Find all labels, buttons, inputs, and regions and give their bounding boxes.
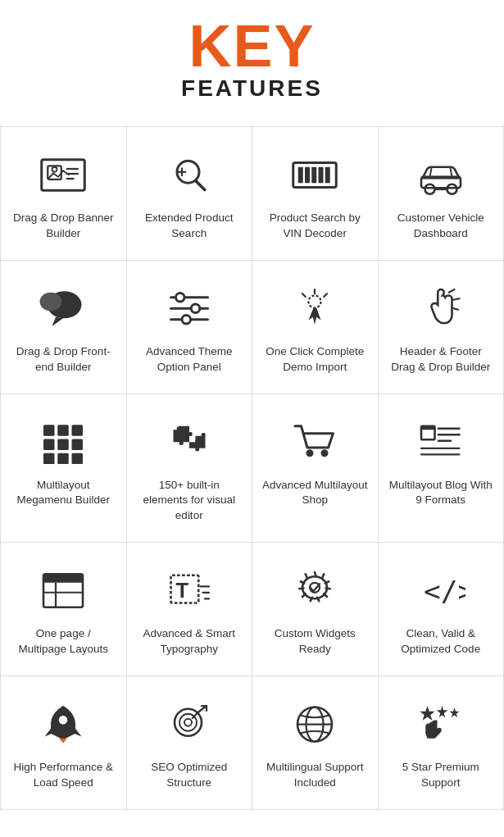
feature-label-five-star: 5 Star Premium Support: [388, 760, 494, 791]
feature-cell-multilayout-megamenu: Multilayout Megamenu Builder: [1, 394, 127, 544]
drag-drop-banner-icon: [34, 150, 92, 199]
one-click-demo-icon: [286, 284, 343, 333]
one-page-multipage-icon: [34, 566, 92, 615]
features-title: FEATURES: [0, 75, 504, 102]
svg-rect-56: [43, 574, 83, 583]
feature-label-built-in-elements: 150+ built-in elements for visual editor: [137, 478, 243, 525]
feature-cell-extended-product-search: Extended Product Search: [127, 127, 253, 261]
advanced-multilayout-shop-icon: [286, 417, 343, 466]
svg-point-69: [184, 718, 192, 726]
feature-label-high-performance: High Performance & Load Speed: [11, 760, 116, 791]
svg-rect-12: [305, 166, 310, 183]
svg-marker-77: [449, 707, 459, 717]
feature-label-extended-product-search: Extended Product Search: [137, 211, 243, 242]
extended-product-search-icon: [161, 150, 218, 199]
svg-rect-15: [325, 166, 330, 183]
feature-cell-high-performance: High Performance & Load Speed: [1, 676, 127, 810]
five-star-icon: [412, 699, 470, 748]
svg-point-27: [191, 304, 200, 313]
feature-cell-drag-drop-frontend: Drag & Drop Front-end Builder: [1, 261, 127, 394]
feature-label-multilayout-blog: Multilayout Blog With 9 Formats: [388, 478, 494, 509]
svg-point-47: [321, 449, 329, 457]
feature-label-custom-widgets: Custom Widgets Ready: [262, 626, 368, 657]
feature-label-one-page-multipage: One page / Multipage Layouts: [11, 626, 116, 657]
features-grid: Drag & Drop Banner Builder Extended Prod…: [0, 126, 504, 810]
feature-cell-five-star: 5 Star Premium Support: [379, 676, 505, 810]
feature-label-advanced-multilayout-shop: Advanced Multilayout Shop: [262, 478, 368, 509]
svg-text:</>: </>: [424, 575, 465, 607]
svg-point-18: [447, 184, 456, 193]
svg-rect-39: [72, 425, 84, 436]
svg-marker-75: [420, 706, 434, 721]
svg-point-66: [59, 716, 68, 725]
feature-label-advanced-typography: Advanced & Smart Typography: [137, 626, 243, 657]
svg-point-25: [175, 293, 184, 303]
feature-label-customer-vehicle-dashboard: Customer Vehicle Dashboard: [388, 211, 494, 242]
svg-rect-14: [319, 166, 324, 183]
svg-line-33: [325, 294, 328, 298]
svg-point-23: [40, 293, 62, 312]
svg-point-17: [425, 184, 434, 193]
multilayout-megamenu-icon: [34, 417, 92, 466]
feature-label-header-footer: Header & Footer Drag & Drop Builder: [388, 344, 494, 375]
page-header: KEY FEATURES: [0, 0, 504, 126]
svg-rect-44: [58, 453, 70, 464]
multilayout-blog-icon: [412, 417, 470, 466]
svg-rect-49: [421, 426, 435, 430]
svg-line-7: [195, 180, 204, 189]
feature-cell-drag-drop-banner: Drag & Drop Banner Builder: [1, 127, 127, 261]
advanced-typography-icon: T: [161, 566, 218, 615]
feature-label-multilingual: Multilingual Support Included: [262, 760, 368, 791]
feature-cell-header-footer: Header & Footer Drag & Drop Builder: [379, 261, 505, 394]
feature-cell-advanced-typography: T Advanced & Smart Typography: [127, 543, 253, 676]
feature-cell-advanced-theme-option: Advanced Theme Option Panel: [127, 261, 253, 394]
feature-cell-built-in-elements: 150+ built-in elements for visual editor: [127, 394, 253, 544]
svg-rect-11: [298, 166, 303, 183]
built-in-elements-icon: [161, 417, 218, 466]
feature-label-multilayout-megamenu: Multilayout Megamenu Builder: [11, 478, 116, 509]
feature-label-one-click-demo: One Click Complete Demo Import: [262, 344, 368, 375]
header-footer-icon: [412, 284, 470, 333]
feature-cell-multilayout-blog: Multilayout Blog With 9 Formats: [379, 394, 505, 544]
svg-line-32: [302, 294, 306, 298]
feature-cell-clean-code: </> Clean, Valid & Optimized Code: [379, 543, 505, 676]
feature-cell-one-page-multipage: One page / Multipage Layouts: [1, 543, 127, 676]
svg-point-29: [182, 316, 191, 325]
product-search-vin-icon: [286, 150, 343, 199]
feature-label-product-search-vin: Product Search by VIN Decoder: [262, 211, 368, 242]
drag-drop-frontend-icon: [34, 284, 92, 333]
svg-marker-22: [52, 317, 64, 326]
svg-rect-13: [312, 166, 317, 183]
clean-code-icon: </>: [412, 566, 470, 615]
svg-rect-42: [72, 439, 84, 451]
feature-label-clean-code: Clean, Valid & Optimized Code: [388, 626, 494, 657]
key-title: KEY: [0, 16, 504, 75]
svg-point-30: [309, 296, 321, 308]
svg-rect-45: [72, 453, 84, 464]
svg-line-35: [453, 299, 460, 301]
svg-text:T: T: [175, 578, 188, 601]
feature-cell-customer-vehicle-dashboard: Customer Vehicle Dashboard: [379, 127, 505, 261]
feature-cell-multilingual: Multilingual Support Included: [252, 676, 379, 810]
feature-label-advanced-theme-option: Advanced Theme Option Panel: [137, 344, 243, 375]
svg-rect-40: [43, 439, 55, 451]
svg-rect-38: [58, 425, 70, 436]
feature-cell-product-search-vin: Product Search by VIN Decoder: [252, 127, 379, 261]
custom-widgets-icon: [286, 566, 343, 615]
seo-optimized-icon: [161, 699, 218, 748]
high-performance-icon: [34, 699, 92, 748]
svg-rect-41: [58, 439, 70, 451]
customer-vehicle-dashboard-icon: [412, 150, 470, 199]
advanced-theme-option-icon: [161, 284, 218, 333]
multilingual-icon: [286, 699, 343, 748]
svg-line-34: [449, 289, 455, 293]
feature-cell-seo-optimized: SEO Optimized Structure: [127, 676, 253, 810]
feature-label-drag-drop-banner: Drag & Drop Banner Builder: [11, 211, 116, 242]
svg-marker-76: [437, 706, 448, 717]
svg-rect-43: [43, 453, 55, 464]
feature-cell-one-click-demo: One Click Complete Demo Import: [252, 261, 379, 394]
svg-rect-37: [43, 425, 55, 436]
feature-label-drag-drop-frontend: Drag & Drop Front-end Builder: [11, 344, 116, 375]
feature-label-seo-optimized: SEO Optimized Structure: [137, 760, 243, 791]
svg-point-5: [52, 166, 57, 171]
